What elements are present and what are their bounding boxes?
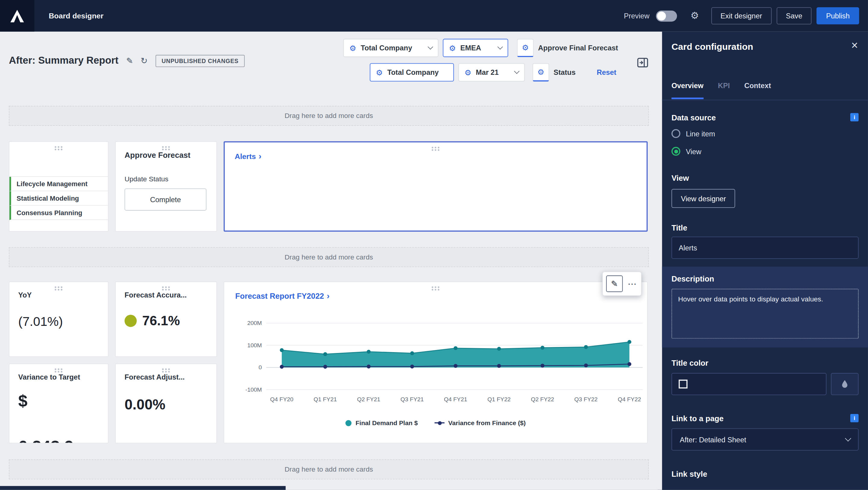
view-designer-button[interactable]: View designer (672, 189, 735, 208)
list-item[interactable]: Lifecycle Management (9, 177, 108, 191)
dropzone-bottom[interactable]: Drag here to add more cards (9, 460, 649, 480)
description-textarea[interactable]: Hover over data points to display actual… (672, 289, 859, 339)
context-selector-total-company-2[interactable]: ⚙ Total Company (370, 63, 454, 82)
title-input[interactable] (672, 236, 859, 259)
settings-gear-icon[interactable]: ⚙ (690, 10, 699, 22)
description-heading: Description (672, 274, 714, 283)
toggle-knob (657, 11, 666, 20)
drag-handle[interactable] (161, 146, 170, 151)
edit-title-pencil-icon[interactable]: ✎ (126, 56, 133, 66)
info-icon[interactable]: i (850, 414, 859, 423)
tab-overview[interactable]: Overview (672, 82, 704, 99)
unpublished-changes-badge: UNPUBLISHED CHANGES (156, 55, 244, 67)
link-arrow-icon: › (258, 151, 261, 161)
drag-handle[interactable] (431, 146, 440, 151)
preview-label: Preview (624, 12, 650, 20)
bottom-panel-edge (0, 486, 286, 490)
card-forecast-report[interactable]: Forecast Report FY2022› 200M100M0-100MQ4… (224, 282, 648, 443)
card-configuration-panel: Card configuration × Overview KPI Contex… (662, 32, 868, 490)
forecast-report-link[interactable]: Forecast Report FY2022› (236, 291, 330, 300)
dropzone-top[interactable]: Drag here to add more cards (9, 106, 649, 126)
alerts-link-label: Alerts (235, 152, 256, 161)
data-source-heading: Data source (672, 113, 716, 122)
context-gear-status[interactable]: ⚙ (532, 63, 549, 82)
svg-text:Q2 FY21: Q2 FY21 (357, 396, 380, 403)
more-options-button[interactable]: ⋯ (627, 279, 638, 289)
card-forecast-adjustment[interactable]: Forecast Adjust... 0.00% (115, 364, 217, 443)
info-icon[interactable]: i (850, 113, 859, 122)
collapse-panel-icon[interactable] (637, 56, 649, 68)
context-selector-emea[interactable]: ⚙ EMEA (443, 39, 508, 57)
drag-handle[interactable] (54, 146, 63, 151)
card-approve-forecast[interactable]: Approve Forecast Update Status Complete (115, 141, 217, 231)
panel-title: Card configuration (672, 41, 753, 52)
refresh-icon[interactable]: ↻ (141, 56, 148, 66)
legend-dot-icon (346, 420, 352, 426)
clear-color-button[interactable] (831, 373, 859, 395)
topbar-actions: Preview ⚙ Exit designer Save Publish (624, 7, 868, 24)
card-forecast-accuracy[interactable]: Forecast Accura... 76.1% (115, 282, 217, 357)
forecast-report-link-label: Forecast Report FY2022 (236, 291, 324, 300)
color-swatch (679, 380, 687, 388)
save-button[interactable]: Save (776, 7, 812, 24)
title-heading: Title (672, 223, 687, 232)
paint-drop-icon (840, 380, 849, 388)
svg-text:Q4 FY20: Q4 FY20 (270, 396, 293, 403)
drag-handle[interactable] (431, 286, 440, 291)
alerts-link[interactable]: Alerts› (235, 151, 261, 161)
reset-context-link[interactable]: Reset (597, 63, 616, 82)
context-label: EMEA (460, 44, 481, 52)
svg-text:Q2 FY22: Q2 FY22 (531, 396, 554, 403)
drag-handle[interactable] (161, 368, 170, 373)
dropzone-middle[interactable]: Drag here to add more cards (9, 247, 649, 267)
card-lifecycle-list[interactable]: Lifecycle Management Statistical Modelin… (9, 141, 108, 231)
edit-card-button[interactable]: ✎ (606, 276, 623, 292)
close-icon[interactable]: × (851, 39, 858, 51)
chevron-down-icon (428, 44, 433, 50)
preview-toggle[interactable] (656, 10, 677, 22)
svg-text:200M: 200M (247, 320, 262, 326)
radio-circle-icon (672, 129, 680, 138)
svg-text:Q3 FY22: Q3 FY22 (575, 396, 598, 403)
complete-button[interactable]: Complete (124, 188, 207, 210)
drag-handle[interactable] (54, 368, 63, 373)
link-arrow-icon: › (327, 291, 330, 300)
exit-designer-button[interactable]: Exit designer (711, 7, 771, 24)
adjustment-value: 0.00% (124, 396, 165, 413)
drag-handle[interactable] (54, 286, 63, 291)
title-color-input[interactable] (672, 373, 827, 395)
radio-view[interactable]: View (672, 147, 701, 156)
legend-item-variance[interactable]: Variance from Finance ($) (434, 420, 526, 426)
tab-kpi[interactable]: KPI (718, 82, 730, 99)
svg-text:100M: 100M (247, 342, 262, 348)
context-gear-approve-forecast[interactable]: ⚙ (517, 39, 533, 57)
anaplan-logo[interactable] (0, 0, 34, 32)
page-title: After: Summary Report (9, 55, 119, 67)
radio-label: View (686, 147, 701, 156)
context-gear-icon: ⚙ (522, 43, 529, 52)
legend-label: Variance from Finance ($) (448, 420, 526, 426)
list-item[interactable]: Consensus Planning (9, 205, 108, 220)
publish-button[interactable]: Publish (817, 7, 859, 24)
context-selector-total-company[interactable]: ⚙ Total Company (343, 39, 438, 57)
link-page-select[interactable]: After: Detailed Sheet (672, 428, 859, 451)
board-designer-app: Board designer Preview ⚙ Exit designer S… (0, 0, 868, 490)
card-variance-to-target[interactable]: Variance to Target $ 6,243.9 (9, 364, 108, 443)
drag-handle[interactable] (161, 286, 170, 291)
context-selector-mar21[interactable]: ⚙ Mar 21 (458, 63, 525, 82)
chart-legend: Final Demand Plan $ Variance from Financ… (224, 420, 647, 426)
title-color-heading: Title color (672, 358, 708, 367)
tab-context[interactable]: Context (744, 82, 771, 99)
legend-item-final-demand[interactable]: Final Demand Plan $ (346, 420, 418, 426)
context-gear-icon: ⚙ (464, 68, 471, 77)
yoy-value: (7.01%) (19, 314, 63, 329)
context-label-approve-final-forecast: Approve Final Forecast (538, 39, 618, 57)
context-gear-icon: ⚙ (537, 67, 544, 76)
board-canvas: After: Summary Report ✎ ↻ UNPUBLISHED CH… (0, 32, 658, 490)
radio-line-item[interactable]: Line item (672, 129, 715, 138)
card-alerts[interactable]: Alerts› (224, 141, 648, 231)
card-yoy[interactable]: YoY (7.01%) (9, 282, 108, 357)
list-item[interactable]: Statistical Modeling (9, 191, 108, 206)
forecast-chart[interactable]: 200M100M0-100MQ4 FY20Q1 FY21Q2 FY21Q3 FY… (236, 317, 645, 406)
chevron-down-icon (497, 44, 503, 50)
